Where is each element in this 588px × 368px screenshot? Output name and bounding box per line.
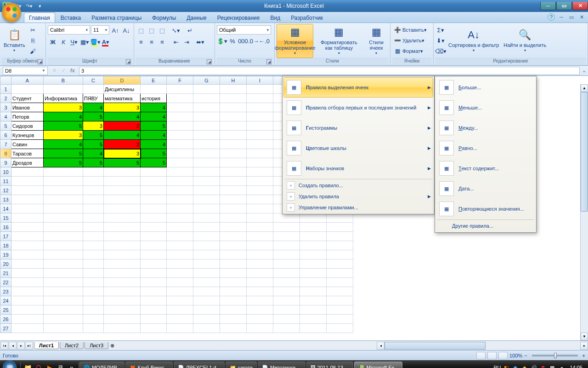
- taskbar-item[interactable]: 📄Методичка ...: [258, 362, 305, 368]
- submenu-item[interactable]: ▦Дата...: [436, 178, 535, 199]
- cell[interactable]: [220, 149, 247, 158]
- view-layout-icon[interactable]: [487, 352, 497, 359]
- align-left-icon[interactable]: ≡: [136, 37, 146, 47]
- format-as-table-button[interactable]: ▦ Форматировать как таблицу▾: [314, 24, 363, 58]
- cell[interactable]: [11, 195, 44, 204]
- paste-button[interactable]: 📋 Вставить ▾: [2, 24, 27, 58]
- cell[interactable]: [247, 278, 273, 287]
- cell[interactable]: [220, 85, 247, 94]
- ribbon-tab[interactable]: Данные: [181, 12, 211, 23]
- cell[interactable]: [167, 140, 193, 149]
- row-header[interactable]: 24: [0, 296, 11, 305]
- number-dialog[interactable]: ◢: [266, 59, 271, 64]
- col-header[interactable]: E: [141, 76, 167, 85]
- row-header[interactable]: 15: [0, 213, 11, 223]
- cell[interactable]: [300, 278, 327, 287]
- cell[interactable]: [300, 269, 327, 278]
- cell[interactable]: [167, 103, 193, 112]
- cell[interactable]: [11, 269, 44, 278]
- cell[interactable]: [300, 223, 327, 232]
- cell[interactable]: [193, 324, 220, 333]
- cell[interactable]: [220, 250, 247, 259]
- cell[interactable]: [247, 223, 273, 232]
- cell[interactable]: [141, 223, 167, 232]
- window-minimize[interactable]: ─: [540, 2, 556, 10]
- clipboard-dialog[interactable]: ◢: [38, 59, 43, 64]
- cell[interactable]: [193, 195, 220, 204]
- cell[interactable]: [167, 85, 193, 94]
- cell[interactable]: [44, 296, 83, 305]
- ql-more-icon[interactable]: »: [67, 362, 77, 368]
- new-sheet-icon[interactable]: ⊕: [110, 343, 114, 349]
- row-header[interactable]: 6: [0, 131, 11, 140]
- row-header[interactable]: 4: [0, 112, 11, 121]
- cell[interactable]: [220, 324, 247, 333]
- cell[interactable]: [193, 259, 220, 269]
- copy-icon[interactable]: ⎘: [28, 35, 38, 46]
- lang-indicator[interactable]: RU: [494, 365, 501, 368]
- cell[interactable]: 4: [141, 103, 167, 112]
- cell[interactable]: [83, 250, 104, 259]
- inc-decimal-icon[interactable]: .0→: [249, 36, 259, 46]
- cell[interactable]: [167, 269, 193, 278]
- cell[interactable]: [141, 232, 167, 241]
- submenu-item[interactable]: ▦Между...: [436, 118, 535, 138]
- conditional-formatting-button[interactable]: ▦ Условное форматирование▾: [277, 24, 313, 58]
- doc-close[interactable]: ✕: [578, 13, 585, 21]
- cell[interactable]: [11, 259, 44, 269]
- indent-dec-icon[interactable]: ⇤: [171, 37, 181, 47]
- cell[interactable]: [11, 315, 44, 324]
- cell[interactable]: [247, 250, 273, 259]
- cell[interactable]: [193, 241, 220, 250]
- cell[interactable]: [141, 213, 167, 223]
- start-button[interactable]: ⊞: [0, 360, 19, 368]
- submenu-item[interactable]: ▦Повторяющиеся значения...: [436, 199, 535, 219]
- cell[interactable]: [220, 195, 247, 204]
- cell[interactable]: [193, 269, 220, 278]
- cell[interactable]: [300, 213, 327, 223]
- submenu-item[interactable]: ▦Равно...: [436, 138, 535, 158]
- cell[interactable]: [220, 278, 247, 287]
- menu-item[interactable]: ▦Наборы значков▶: [283, 158, 433, 178]
- menu-item[interactable]: ▦Правила отбора первых и последних значе…: [283, 98, 433, 118]
- align-right-icon[interactable]: ≡: [157, 37, 167, 47]
- cell[interactable]: [141, 167, 167, 177]
- office-button[interactable]: [2, 3, 21, 22]
- submenu-item[interactable]: ▦Больше...: [436, 77, 535, 98]
- cell[interactable]: [104, 213, 141, 223]
- cell[interactable]: [83, 296, 104, 305]
- cell[interactable]: [193, 149, 220, 158]
- cell[interactable]: [83, 324, 104, 333]
- fbar-enter[interactable]: ✓: [59, 68, 68, 74]
- cell[interactable]: 3: [104, 149, 141, 158]
- col-header[interactable]: I: [247, 76, 273, 85]
- cell[interactable]: [141, 287, 167, 296]
- cell[interactable]: [193, 223, 220, 232]
- cell[interactable]: [247, 131, 273, 140]
- row-header[interactable]: 3: [0, 103, 11, 112]
- row-header[interactable]: 7: [0, 140, 11, 149]
- doc-restore[interactable]: ▭: [568, 13, 575, 21]
- cell[interactable]: [167, 186, 193, 195]
- cell[interactable]: [273, 287, 300, 296]
- submenu-item[interactable]: ▦Текст содержит...: [436, 158, 535, 178]
- sheet-tab[interactable]: Лист1: [34, 342, 59, 349]
- cell[interactable]: [167, 158, 193, 167]
- cell[interactable]: [247, 204, 273, 213]
- cell[interactable]: [44, 278, 83, 287]
- tray-volume-icon[interactable]: 🔊: [530, 364, 537, 368]
- cell[interactable]: математика: [104, 94, 141, 103]
- cell[interactable]: 4: [83, 149, 104, 158]
- font-color-icon[interactable]: A▾: [101, 37, 111, 47]
- cell[interactable]: [193, 186, 220, 195]
- cell[interactable]: [83, 232, 104, 241]
- cell[interactable]: [83, 305, 104, 315]
- col-header[interactable]: D: [104, 76, 141, 85]
- cell[interactable]: 4: [141, 140, 167, 149]
- cell[interactable]: [104, 269, 141, 278]
- cell[interactable]: [220, 259, 247, 269]
- cell[interactable]: [220, 305, 247, 315]
- cell[interactable]: [327, 223, 353, 232]
- cell[interactable]: [44, 259, 83, 269]
- col-header[interactable]: C: [83, 76, 104, 85]
